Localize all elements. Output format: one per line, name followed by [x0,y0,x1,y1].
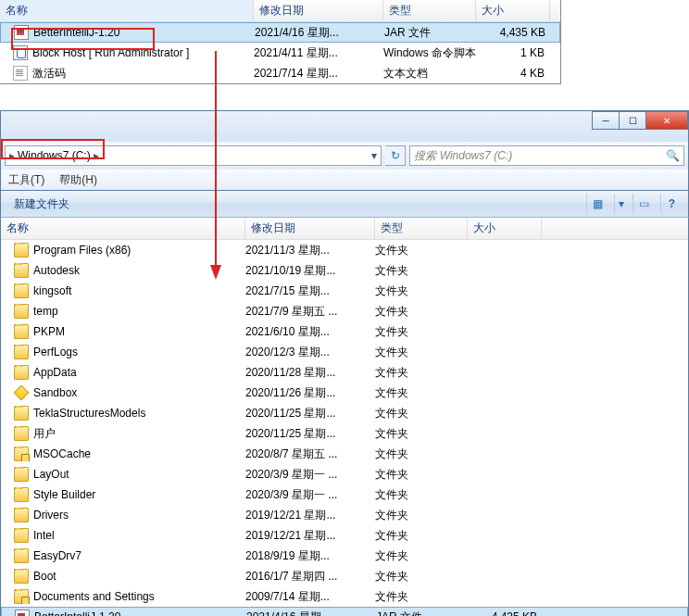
file-type: 文件夹 [375,548,468,564]
file-row[interactable]: BetterIntelliJ-1.202021/4/16 星期...JAR 文件… [0,22,560,43]
folder-icon [14,467,29,482]
titlebar[interactable]: ─ ☐ ✕ [0,110,689,142]
col-date[interactable]: 修改日期 [254,0,383,21]
file-date: 2021/11/3 星期... [245,243,375,258]
folder-icon [14,243,29,258]
file-type: 文件夹 [375,426,468,442]
file-name: AppData [33,366,77,379]
explorer-window: ─ ☐ ✕ ▸ Windows7 (C:) ▸ ▾ ↻ 搜索 Windows7 … [0,110,689,616]
file-row[interactable]: Style Builder2020/3/9 星期一 ...文件夹 [1,484,688,505]
file-date: 2019/12/21 星期... [245,528,375,544]
file-row[interactable]: Intel2019/12/21 星期...文件夹 [1,525,688,546]
file-name: EasyDrv7 [33,549,81,562]
file-row[interactable]: Boot2016/1/7 星期四 ...文件夹 [1,566,688,586]
file-row[interactable]: Autodesk2021/10/19 星期...文件夹 [1,260,688,281]
file-row[interactable]: Documents and Settings2009/7/14 星期...文件夹 [1,586,688,607]
file-name: temp [33,305,58,318]
refresh-button[interactable]: ↻ [385,145,406,166]
bottom-file-panel: 名称 修改日期 类型 大小 Program Files (x86)2021/11… [0,218,689,616]
file-row[interactable]: BetterIntelliJ-1.202021/4/16 星期...JAR 文件… [1,607,688,616]
file-type: 文件夹 [375,467,468,483]
file-name: 激活码 [32,66,66,82]
file-row[interactable]: EasyDrv72018/9/19 星期...文件夹 [1,546,688,566]
col-type[interactable]: 类型 [383,0,476,21]
file-name: PKPM [33,325,65,338]
file-row[interactable]: Sandbox2020/11/26 星期...文件夹 [1,383,688,403]
help-button[interactable]: ? [660,194,683,214]
col-date[interactable]: 修改日期 [245,218,375,239]
file-type: JAR 文件 [384,25,477,41]
file-date: 2020/11/26 星期... [245,385,375,401]
file-row[interactable]: kingsoft2021/7/15 星期...文件夹 [1,281,688,301]
folder-icon [14,487,29,502]
file-row[interactable]: PerfLogs2020/12/3 星期...文件夹 [1,342,688,362]
folder-icon [14,324,29,339]
col-name[interactable]: 名称 [0,0,254,21]
view-dropdown[interactable]: ▾ [614,194,627,214]
col-size[interactable]: 大小 [468,218,542,239]
top-file-list: BetterIntelliJ-1.202021/4/16 星期...JAR 文件… [0,22,560,83]
file-type: 文件夹 [375,263,468,279]
file-date: 2016/1/7 星期四 ... [245,569,375,585]
file-row[interactable]: 用户2020/11/25 星期...文件夹 [1,423,688,444]
folder-icon [14,569,29,584]
file-type: 文件夹 [375,243,468,258]
col-size[interactable]: 大小 [476,0,550,21]
bottom-file-list: Program Files (x86)2021/11/3 星期...文件夹Aut… [1,240,688,616]
file-date: 2021/4/16 星期... [255,25,384,41]
file-type: 文件夹 [375,283,468,299]
file-type: 文件夹 [375,528,468,544]
address-bar: ▸ Windows7 (C:) ▸ ▾ ↻ 搜索 Windows7 (C:) 🔍 [0,142,689,170]
file-name: Block Host [ Run Administrator ] [32,46,189,59]
maximize-button[interactable]: ☐ [619,111,646,130]
address-field[interactable]: ▸ Windows7 (C:) ▸ ▾ [5,145,382,166]
file-size: 1 KB [476,46,550,59]
menu-tools[interactable]: 工具(T) [8,172,44,188]
text-file-icon [13,66,28,81]
new-folder-button[interactable]: 新建文件夹 [6,195,77,214]
toolbar: 新建文件夹 ▦ ▾ ▭ ? [0,190,689,218]
file-type: 文件夹 [375,487,468,503]
file-type: 文件夹 [375,385,468,401]
close-button[interactable]: ✕ [645,111,688,130]
file-row[interactable]: 激活码2021/7/14 星期...文本文档4 KB [0,63,560,83]
file-row[interactable]: Program Files (x86)2021/11/3 星期...文件夹 [1,240,688,260]
breadcrumb[interactable]: Windows7 (C:) [18,149,91,162]
file-row[interactable]: temp2021/7/9 星期五 ...文件夹 [1,301,688,321]
preview-pane-button[interactable]: ▭ [633,194,655,214]
file-date: 2009/7/14 星期... [245,589,375,605]
file-name: Documents and Settings [33,590,155,603]
file-type: 文件夹 [375,345,468,360]
file-date: 2021/4/11 星期... [254,45,383,61]
file-name: 用户 [33,426,56,442]
file-type: 文件夹 [375,304,468,320]
view-button[interactable]: ▦ [586,194,608,214]
file-row[interactable]: Drivers2019/12/21 星期...文件夹 [1,505,688,525]
file-name: MSOCache [33,447,91,460]
file-row[interactable]: Block Host [ Run Administrator ]2021/4/1… [0,43,560,63]
folder-icon [14,528,29,543]
file-size: 4,435 KB [469,610,543,616]
folder-icon [14,406,29,421]
minimize-button[interactable]: ─ [592,111,620,130]
file-row[interactable]: TeklaStructuresModels2020/11/25 星期...文件夹 [1,403,688,423]
file-date: 2020/3/9 星期一 ... [245,467,375,483]
top-file-panel: 名称 修改日期 类型 大小 BetterIntelliJ-1.202021/4/… [0,0,561,84]
col-type[interactable]: 类型 [375,218,468,239]
menu-help[interactable]: 帮助(H) [59,172,97,188]
file-row[interactable]: PKPM2021/6/10 星期...文件夹 [1,321,688,342]
file-row[interactable]: MSOCache2020/8/7 星期五 ...文件夹 [1,444,688,464]
chevron-right-icon: ▸ [9,149,15,162]
file-row[interactable]: LayOut2020/3/9 星期一 ...文件夹 [1,464,688,484]
folder-icon [14,365,29,380]
folder-icon [14,508,29,522]
chevron-down-icon[interactable]: ▾ [368,149,381,162]
file-name: Boot [33,570,56,583]
folder-icon [14,263,29,278]
search-input[interactable]: 搜索 Windows7 (C:) 🔍 [409,145,684,166]
column-header-row: 名称 修改日期 类型 大小 [1,218,688,240]
file-date: 2020/11/25 星期... [245,426,375,442]
col-name[interactable]: 名称 [1,218,245,239]
file-date: 2020/12/3 星期... [245,345,375,360]
file-row[interactable]: AppData2020/11/28 星期...文件夹 [1,362,688,383]
